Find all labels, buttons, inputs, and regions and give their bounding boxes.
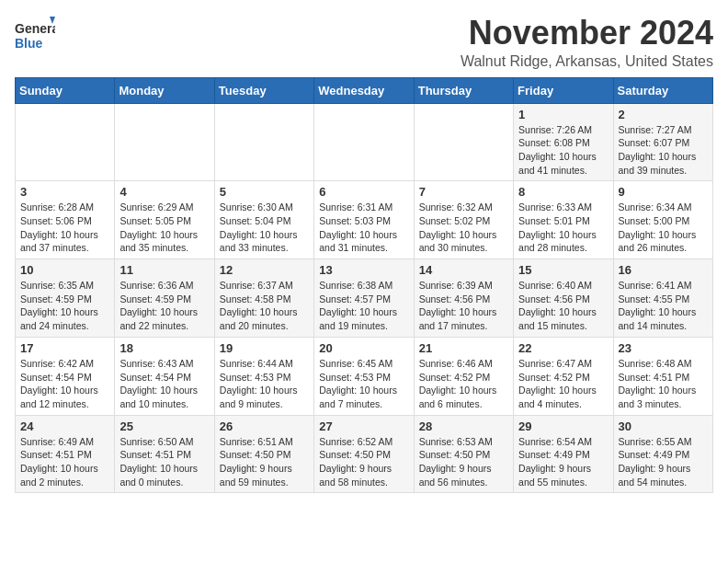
- day-cell: 3Sunrise: 6:28 AM Sunset: 5:06 PM Daylig…: [16, 181, 115, 259]
- day-number: 5: [220, 185, 309, 199]
- day-number: 7: [419, 185, 508, 199]
- page-header: General Blue November 2024 Walnut Ridge,…: [15, 15, 713, 70]
- day-number: 17: [20, 341, 109, 355]
- day-cell: 28Sunrise: 6:53 AM Sunset: 4:50 PM Dayli…: [414, 415, 513, 493]
- weekday-header-row: SundayMondayTuesdayWednesdayThursdayFrid…: [16, 77, 713, 103]
- day-cell: 15Sunrise: 6:40 AM Sunset: 4:56 PM Dayli…: [514, 259, 613, 338]
- day-info: Sunrise: 6:33 AM Sunset: 5:01 PM Dayligh…: [518, 201, 608, 255]
- weekday-header-monday: Monday: [115, 77, 214, 103]
- day-info: Sunrise: 6:48 AM Sunset: 4:51 PM Dayligh…: [619, 357, 708, 411]
- day-info: Sunrise: 6:41 AM Sunset: 4:55 PM Dayligh…: [619, 279, 708, 333]
- day-info: Sunrise: 6:51 AM Sunset: 4:50 PM Dayligh…: [220, 435, 309, 489]
- day-number: 30: [619, 419, 708, 433]
- day-number: 25: [119, 419, 209, 433]
- weekday-header-sunday: Sunday: [16, 77, 115, 103]
- calendar-table: SundayMondayTuesdayWednesdayThursdayFrid…: [15, 77, 713, 494]
- day-info: Sunrise: 6:28 AM Sunset: 5:06 PM Dayligh…: [20, 201, 109, 255]
- day-cell: 17Sunrise: 6:42 AM Sunset: 4:54 PM Dayli…: [16, 337, 115, 415]
- week-row-3: 10Sunrise: 6:35 AM Sunset: 4:59 PM Dayli…: [16, 259, 713, 338]
- logo-svg: General Blue: [15, 15, 55, 55]
- day-number: 11: [119, 263, 209, 277]
- day-number: 20: [319, 341, 408, 355]
- day-number: 16: [619, 263, 708, 277]
- day-info: Sunrise: 6:31 AM Sunset: 5:03 PM Dayligh…: [319, 201, 408, 255]
- day-number: 19: [220, 341, 309, 355]
- day-info: Sunrise: 6:38 AM Sunset: 4:57 PM Dayligh…: [319, 279, 408, 333]
- day-number: 26: [220, 419, 309, 433]
- day-number: 23: [619, 341, 708, 355]
- day-cell: 11Sunrise: 6:36 AM Sunset: 4:59 PM Dayli…: [115, 259, 214, 338]
- day-cell: 8Sunrise: 6:33 AM Sunset: 5:01 PM Daylig…: [514, 181, 613, 259]
- weekday-header-tuesday: Tuesday: [214, 77, 313, 103]
- day-cell: 19Sunrise: 6:44 AM Sunset: 4:53 PM Dayli…: [214, 337, 313, 415]
- day-cell: [115, 103, 214, 181]
- day-cell: 12Sunrise: 6:37 AM Sunset: 4:58 PM Dayli…: [214, 259, 313, 338]
- week-row-5: 24Sunrise: 6:49 AM Sunset: 4:51 PM Dayli…: [16, 415, 713, 493]
- title-block: November 2024 Walnut Ridge, Arkansas, Un…: [461, 15, 713, 70]
- day-number: 28: [419, 419, 508, 433]
- day-info: Sunrise: 6:35 AM Sunset: 4:59 PM Dayligh…: [20, 279, 109, 333]
- week-row-1: 1Sunrise: 7:26 AM Sunset: 6:08 PM Daylig…: [16, 103, 713, 181]
- day-cell: [414, 103, 513, 181]
- day-info: Sunrise: 6:29 AM Sunset: 5:05 PM Dayligh…: [119, 201, 209, 255]
- day-cell: 5Sunrise: 6:30 AM Sunset: 5:04 PM Daylig…: [214, 181, 313, 259]
- day-number: 13: [319, 263, 408, 277]
- day-info: Sunrise: 6:52 AM Sunset: 4:50 PM Dayligh…: [319, 435, 408, 489]
- day-cell: 6Sunrise: 6:31 AM Sunset: 5:03 PM Daylig…: [314, 181, 414, 259]
- day-cell: [214, 103, 313, 181]
- day-info: Sunrise: 6:45 AM Sunset: 4:53 PM Dayligh…: [319, 357, 408, 411]
- day-number: 9: [619, 185, 708, 199]
- weekday-header-friday: Friday: [514, 77, 613, 103]
- day-info: Sunrise: 6:54 AM Sunset: 4:49 PM Dayligh…: [518, 435, 608, 489]
- day-number: 24: [20, 419, 109, 433]
- day-number: 2: [619, 108, 708, 121]
- weekday-header-saturday: Saturday: [613, 77, 712, 103]
- day-cell: 24Sunrise: 6:49 AM Sunset: 4:51 PM Dayli…: [16, 415, 115, 493]
- day-cell: [314, 103, 414, 181]
- day-cell: 20Sunrise: 6:45 AM Sunset: 4:53 PM Dayli…: [314, 337, 414, 415]
- day-info: Sunrise: 6:55 AM Sunset: 4:49 PM Dayligh…: [619, 435, 708, 489]
- month-title: November 2024: [461, 15, 713, 52]
- day-number: 14: [419, 263, 508, 277]
- day-cell: 4Sunrise: 6:29 AM Sunset: 5:05 PM Daylig…: [115, 181, 214, 259]
- day-number: 6: [319, 185, 408, 199]
- day-number: 8: [518, 185, 608, 199]
- day-info: Sunrise: 7:27 AM Sunset: 6:07 PM Dayligh…: [619, 123, 708, 178]
- week-row-4: 17Sunrise: 6:42 AM Sunset: 4:54 PM Dayli…: [16, 337, 713, 415]
- day-number: 15: [518, 263, 608, 277]
- day-cell: 18Sunrise: 6:43 AM Sunset: 4:54 PM Dayli…: [115, 337, 214, 415]
- day-cell: 21Sunrise: 6:46 AM Sunset: 4:52 PM Dayli…: [414, 337, 513, 415]
- location-title: Walnut Ridge, Arkansas, United States: [461, 53, 713, 70]
- day-cell: [16, 103, 115, 181]
- day-info: Sunrise: 6:30 AM Sunset: 5:04 PM Dayligh…: [220, 201, 309, 255]
- day-cell: 29Sunrise: 6:54 AM Sunset: 4:49 PM Dayli…: [514, 415, 613, 493]
- day-cell: 7Sunrise: 6:32 AM Sunset: 5:02 PM Daylig…: [414, 181, 513, 259]
- day-info: Sunrise: 6:46 AM Sunset: 4:52 PM Dayligh…: [419, 357, 508, 411]
- day-cell: 16Sunrise: 6:41 AM Sunset: 4:55 PM Dayli…: [613, 259, 712, 338]
- day-info: Sunrise: 6:40 AM Sunset: 4:56 PM Dayligh…: [518, 279, 608, 333]
- svg-text:General: General: [15, 21, 55, 36]
- day-cell: 22Sunrise: 6:47 AM Sunset: 4:52 PM Dayli…: [514, 337, 613, 415]
- day-number: 22: [518, 341, 608, 355]
- day-number: 18: [119, 341, 209, 355]
- day-info: Sunrise: 6:42 AM Sunset: 4:54 PM Dayligh…: [20, 357, 109, 411]
- day-number: 27: [319, 419, 408, 433]
- day-info: Sunrise: 6:39 AM Sunset: 4:56 PM Dayligh…: [419, 279, 508, 333]
- day-number: 4: [119, 185, 209, 199]
- day-info: Sunrise: 6:49 AM Sunset: 4:51 PM Dayligh…: [20, 435, 109, 489]
- day-cell: 27Sunrise: 6:52 AM Sunset: 4:50 PM Dayli…: [314, 415, 414, 493]
- weekday-header-thursday: Thursday: [414, 77, 513, 103]
- weekday-header-wednesday: Wednesday: [314, 77, 414, 103]
- day-cell: 14Sunrise: 6:39 AM Sunset: 4:56 PM Dayli…: [414, 259, 513, 338]
- day-cell: 1Sunrise: 7:26 AM Sunset: 6:08 PM Daylig…: [514, 103, 613, 181]
- day-info: Sunrise: 6:32 AM Sunset: 5:02 PM Dayligh…: [419, 201, 508, 255]
- day-info: Sunrise: 6:44 AM Sunset: 4:53 PM Dayligh…: [220, 357, 309, 411]
- day-number: 1: [518, 108, 608, 121]
- day-number: 21: [419, 341, 508, 355]
- day-number: 29: [518, 419, 608, 433]
- day-info: Sunrise: 6:36 AM Sunset: 4:59 PM Dayligh…: [119, 279, 209, 333]
- logo: General Blue: [15, 15, 55, 55]
- day-cell: 2Sunrise: 7:27 AM Sunset: 6:07 PM Daylig…: [613, 103, 712, 181]
- day-number: 12: [220, 263, 309, 277]
- day-info: Sunrise: 6:37 AM Sunset: 4:58 PM Dayligh…: [220, 279, 309, 333]
